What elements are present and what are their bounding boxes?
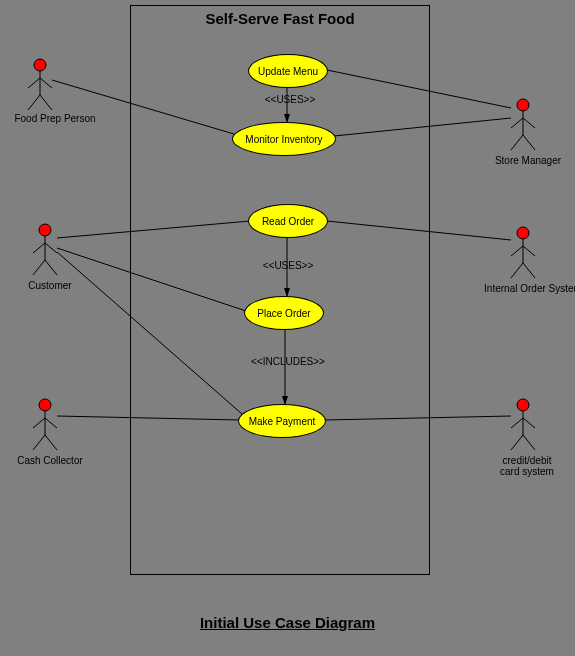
svg-line-28 (511, 263, 523, 278)
relation-includes: <<INCLUDES>> (246, 356, 330, 367)
assoc-cashcollector-makepayment (57, 416, 240, 420)
actor-cash-collector-label: Cash Collector (10, 455, 90, 466)
svg-line-20 (511, 118, 523, 128)
usecase-place-order: Place Order (244, 296, 324, 330)
svg-point-18 (517, 99, 529, 111)
actor-credit-debit-card-system-label: credit/debit card system (490, 455, 564, 477)
actor-credit-debit-card-system-icon (511, 399, 535, 450)
usecase-read-order: Read Order (248, 204, 328, 238)
assoc-cardsystem-makepayment (324, 416, 511, 420)
svg-line-17 (45, 435, 57, 450)
svg-line-29 (523, 263, 535, 278)
assoc-customer-readorder (57, 221, 250, 238)
svg-line-4 (28, 95, 40, 110)
assoc-storemgr-monitor (334, 118, 511, 136)
actor-store-manager-label: Store Manager (488, 155, 568, 166)
svg-line-33 (523, 418, 535, 428)
actor-customer-icon (33, 224, 57, 275)
assoc-foodprep-monitor (52, 80, 234, 134)
svg-line-23 (523, 135, 535, 150)
relation-uses-2: <<USES>> (258, 260, 318, 271)
svg-line-35 (523, 435, 535, 450)
svg-line-21 (523, 118, 535, 128)
assoc-customer-makepayment (57, 252, 242, 414)
relation-uses-1: <<USES>> (260, 94, 320, 105)
svg-line-11 (45, 260, 57, 275)
usecase-monitor-inventory: Monitor Inventory (232, 122, 336, 156)
svg-point-0 (34, 59, 46, 71)
svg-line-10 (33, 260, 45, 275)
actor-internal-order-system-icon (511, 227, 535, 278)
svg-point-12 (39, 399, 51, 411)
usecase-update-menu: Update Menu (248, 54, 328, 88)
actor-cash-collector-icon (33, 399, 57, 450)
svg-line-2 (28, 78, 40, 88)
svg-line-14 (33, 418, 45, 428)
svg-line-34 (511, 435, 523, 450)
actor-food-prep-person-icon (28, 59, 52, 110)
svg-line-27 (523, 246, 535, 256)
usecase-make-payment: Make Payment (238, 404, 326, 438)
svg-line-22 (511, 135, 523, 150)
assoc-customer-placeorder (57, 248, 246, 311)
assoc-storemgr-update (327, 70, 511, 108)
svg-line-15 (45, 418, 57, 428)
svg-line-3 (40, 78, 52, 88)
actor-customer-label: Customer (20, 280, 80, 291)
svg-point-24 (517, 227, 529, 239)
svg-point-30 (517, 399, 529, 411)
actor-internal-order-system-label: Internal Order System (478, 283, 575, 294)
svg-line-8 (33, 243, 45, 253)
assoc-ios-readorder (327, 221, 511, 240)
svg-line-32 (511, 418, 523, 428)
svg-line-5 (40, 95, 52, 110)
svg-point-6 (39, 224, 51, 236)
actor-store-manager-icon (511, 99, 535, 150)
actor-food-prep-person-label: Food Prep Person (10, 113, 100, 124)
svg-line-26 (511, 246, 523, 256)
svg-line-16 (33, 435, 45, 450)
svg-line-9 (45, 243, 57, 253)
